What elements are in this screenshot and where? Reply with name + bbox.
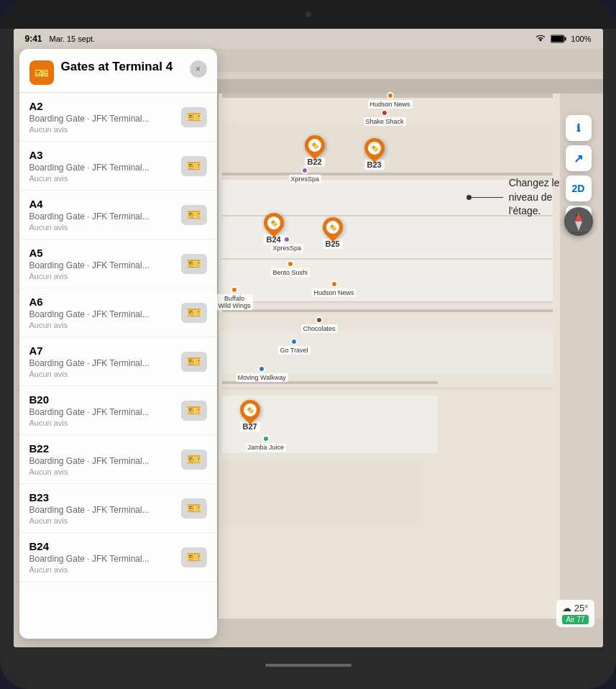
gate-item-a4[interactable]: A4 Boarding Gate · JFK Terminal... Aucun…: [19, 191, 217, 239]
gate-status: Aucun avis: [29, 125, 181, 134]
status-icons: 100%: [535, 35, 591, 43]
directions-button[interactable]: ↗: [566, 145, 592, 171]
gate-name: B24: [29, 540, 181, 552]
gate-status: Aucun avis: [29, 223, 181, 232]
gate-item-b23[interactable]: B23 Boarding Gate · JFK Terminal... Aucu…: [19, 484, 217, 533]
gate-marker-b25[interactable]: 🎫 B25: [323, 217, 343, 249]
gate-name: A3: [29, 149, 181, 161]
shop-shake-shack: Shake Shack: [364, 109, 406, 126]
gate-status: Aucun avis: [29, 419, 181, 427]
status-date: Mar. 15 sept.: [50, 35, 96, 43]
gate-info: B20 Boarding Gate · JFK Terminal... Aucu…: [29, 393, 181, 427]
svg-rect-9: [222, 122, 553, 180]
info-button[interactable]: ℹ: [566, 115, 592, 141]
shop-buffalo-wings: BuffaloWild Wings: [216, 286, 253, 310]
svg-rect-10: [222, 460, 423, 525]
shop-moving-walkway: Moving Walkway: [236, 365, 288, 382]
screen: 9:41 Mar. 15 sept. 100%: [14, 29, 603, 647]
gate-status: Aucun avis: [29, 516, 181, 525]
svg-marker-21: [201, 79, 603, 93]
gate-info: A4 Boarding Gate · JFK Terminal... Aucun…: [29, 198, 181, 232]
weather-temp: ☁ 25°: [562, 603, 588, 613]
gate-marker-b24[interactable]: 🎫 B24: [264, 213, 284, 245]
air-quality: Air 77: [562, 615, 588, 624]
shop-bento-sushi: Bento Sushi: [271, 260, 311, 277]
gate-ticket-icon: 🎫: [181, 303, 207, 323]
gate-marker-b27[interactable]: 🎫 B27: [240, 400, 260, 432]
battery-icon: [551, 35, 566, 43]
compass-north: [575, 212, 582, 222]
gate-name: A2: [29, 100, 181, 112]
compass[interactable]: [564, 207, 593, 236]
gate-desc: Boarding Gate · JFK Terminal...: [29, 554, 181, 564]
gate-list[interactable]: A2 Boarding Gate · JFK Terminal... Aucun…: [19, 93, 217, 632]
gate-info: B24 Boarding Gate · JFK Terminal... Aucu…: [29, 540, 181, 574]
callout-line: [467, 197, 503, 198]
gate-item-a2[interactable]: A2 Boarding Gate · JFK Terminal... Aucun…: [19, 93, 217, 142]
gate-desc: Boarding Gate · JFK Terminal...: [29, 309, 181, 319]
gate-desc: Boarding Gate · JFK Terminal...: [29, 260, 181, 270]
gate-desc: Boarding Gate · JFK Terminal...: [29, 505, 181, 515]
gate-ticket-icon: 🎫: [181, 205, 207, 225]
gate-item-a5[interactable]: A5 Boarding Gate · JFK Terminal... Aucun…: [19, 239, 217, 288]
gate-name: A6: [29, 296, 181, 308]
view-2d-button[interactable]: 2D: [566, 175, 592, 201]
annotation-callout: Changez leniveau del'étage.: [467, 176, 560, 219]
gate-desc: Boarding Gate · JFK Terminal...: [29, 163, 181, 173]
gate-info: B23 Boarding Gate · JFK Terminal... Aucu…: [29, 491, 181, 525]
gate-desc: Boarding Gate · JFK Terminal...: [29, 407, 181, 417]
gate-item-a7[interactable]: A7 Boarding Gate · JFK Terminal... Aucun…: [19, 337, 217, 386]
panel-header: 🎫 Gates at Terminal 4 ×: [19, 49, 217, 93]
side-panel: 🎫 Gates at Terminal 4 × A2 Boarding Gate…: [19, 49, 217, 639]
gate-info: A5 Boarding Gate · JFK Terminal... Aucun…: [29, 247, 181, 280]
svg-rect-1: [565, 37, 566, 41]
shop-hudson-news-1: Hudson News: [368, 92, 413, 109]
gate-status: Aucun avis: [29, 174, 181, 183]
gate-info: A2 Boarding Gate · JFK Terminal... Aucun…: [29, 100, 181, 134]
bottom-area: [0, 647, 616, 683]
panel-title: Gates at Terminal 4: [61, 59, 173, 75]
shop-jamba-juice: Jamba Juice: [246, 435, 287, 452]
gate-marker-b23[interactable]: 🎫 B23: [364, 138, 385, 170]
panel-icon: 🎫: [29, 60, 54, 85]
callout-text: Changez leniveau del'étage.: [509, 176, 560, 219]
gate-ticket-icon: 🎫: [181, 107, 207, 127]
compass-south: [575, 222, 582, 231]
shop-hudson-news-2: Hudson News: [312, 280, 357, 297]
status-time: 9:41: [25, 34, 42, 44]
weather-badge: ☁ 25° Air 77: [556, 600, 594, 627]
gate-info: B22 Boarding Gate · JFK Terminal... Aucu…: [29, 442, 181, 476]
status-bar: 9:41 Mar. 15 sept. 100%: [14, 29, 603, 49]
gate-ticket-icon: 🎫: [181, 450, 207, 470]
battery-percent: 100%: [571, 35, 591, 43]
gate-ticket-icon: 🎫: [181, 254, 207, 274]
gate-item-b24[interactable]: B24 Boarding Gate · JFK Terminal... Aucu…: [19, 533, 217, 582]
gate-name: A5: [29, 247, 181, 259]
gate-ticket-icon: 🎫: [181, 498, 207, 519]
wifi-icon: [535, 35, 546, 43]
shop-xpresspa-1: XpresSpa: [289, 167, 322, 183]
gate-ticket-icon: 🎫: [181, 352, 207, 372]
shop-go-travel: Go Travel: [278, 338, 311, 355]
gate-marker-b22[interactable]: 🎫 B22: [305, 135, 325, 167]
svg-rect-17: [222, 173, 553, 175]
gate-desc: Boarding Gate · JFK Terminal...: [29, 358, 181, 368]
gate-ticket-icon: 🎫: [181, 401, 207, 421]
shop-chocolates: Chocolates: [301, 316, 338, 333]
gate-status: Aucun avis: [29, 321, 181, 329]
close-button[interactable]: ×: [190, 60, 207, 78]
gate-item-b22[interactable]: B22 Boarding Gate · JFK Terminal... Aucu…: [19, 435, 217, 484]
gate-item-b20[interactable]: B20 Boarding Gate · JFK Terminal... Aucu…: [19, 386, 217, 435]
gate-status: Aucun avis: [29, 467, 181, 476]
gate-info: A3 Boarding Gate · JFK Terminal... Aucun…: [29, 149, 181, 183]
gate-item-a6[interactable]: A6 Boarding Gate · JFK Terminal... Aucun…: [19, 288, 217, 337]
gate-ticket-icon: 🎫: [181, 547, 207, 567]
gate-item-a3[interactable]: A3 Boarding Gate · JFK Terminal... Aucun…: [19, 142, 217, 191]
gate-status: Aucun avis: [29, 370, 181, 378]
home-indicator: [265, 664, 351, 667]
svg-rect-18: [222, 309, 553, 312]
gate-name: B22: [29, 442, 181, 455]
gate-name: B23: [29, 491, 181, 503]
gate-desc: Boarding Gate · JFK Terminal...: [29, 211, 181, 222]
gate-status: Aucun avis: [29, 565, 181, 574]
